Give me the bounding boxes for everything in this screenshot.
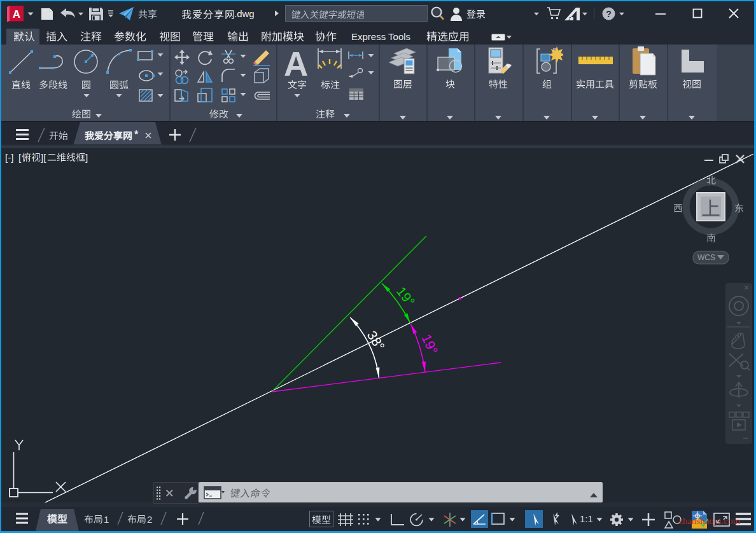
svg-text:19°: 19°	[394, 284, 418, 308]
svg-text:A: A	[13, 8, 20, 20]
svg-text:WCS: WCS	[697, 253, 715, 262]
svg-text:38°: 38°	[365, 328, 388, 353]
svg-text:?: ?	[606, 9, 612, 19]
svg-text:19°: 19°	[419, 332, 440, 357]
